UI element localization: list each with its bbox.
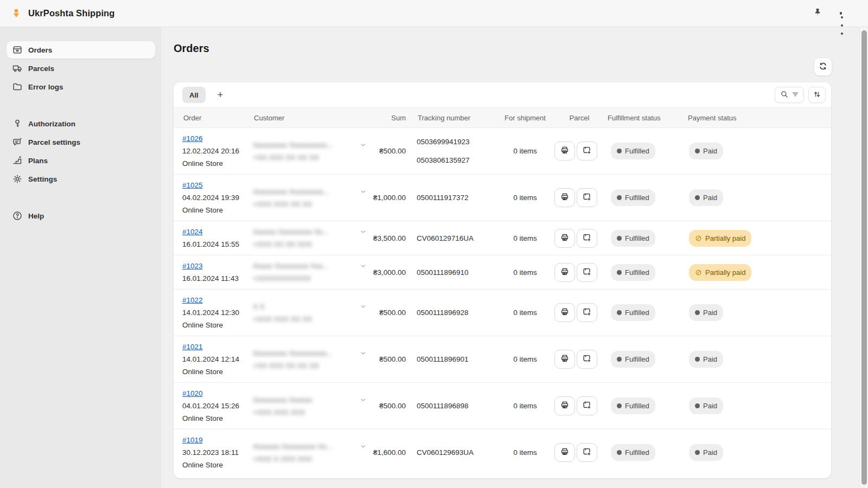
create-parcel-button[interactable]	[577, 350, 597, 369]
expand-customer-button[interactable]	[359, 227, 368, 238]
print-parcel-button[interactable]	[554, 443, 575, 462]
add-view-button[interactable]: +	[213, 88, 228, 102]
print-parcel-button[interactable]	[554, 350, 575, 369]
table-row: #1025 04.02.2024 19:39 Online Store Xxxx…	[174, 175, 831, 221]
order-link[interactable]: #1024	[182, 226, 203, 238]
for-shipment-count: 0 items	[498, 400, 552, 412]
fulfillment-status-badge: Fulfilled	[611, 143, 655, 159]
create-parcel-button[interactable]	[577, 188, 597, 207]
fulfillment-status-label: Fulfilled	[625, 306, 649, 319]
order-link[interactable]: #1025	[182, 179, 203, 191]
order-link[interactable]: #1026	[182, 132, 203, 145]
payment-status-label: Paid	[703, 400, 717, 412]
parcel-add-icon	[582, 354, 592, 365]
status-dot-icon	[617, 450, 622, 455]
order-date: 16.01.2024 11:43	[182, 272, 253, 285]
payment-status-label: Paid	[703, 446, 717, 459]
fulfillment-status-badge: Fulfilled	[611, 189, 655, 206]
main-content: Orders All +	[162, 27, 859, 488]
customer-masked: Xxxxxxxxx Xxxxxxxxxx... +XX XXX XX XX XX	[253, 139, 359, 164]
print-parcel-button[interactable]	[554, 142, 575, 160]
fulfillment-status-label: Fulfilled	[625, 446, 649, 459]
status-dot-icon	[617, 236, 622, 241]
print-parcel-button[interactable]	[554, 263, 575, 282]
customer-masked: Xxxxxxxxx Xxxxxx +XXX XXX XXX	[253, 394, 359, 419]
create-parcel-button[interactable]	[577, 303, 597, 322]
sort-button[interactable]	[808, 87, 826, 103]
sidebar-item-settings[interactable]: Settings	[7, 170, 155, 188]
sidebar-item-parcel-settings[interactable]: Parcel settings	[7, 133, 155, 151]
customer-masked: Xxxxxx Xxxxxxxxx Xx... +XXX XX XX XXX	[253, 226, 359, 251]
expand-customer-button[interactable]	[359, 442, 368, 453]
customer-name-masked: Xxxxxxxxx Xxxxxxxxxx...	[253, 347, 359, 359]
truck-icon	[12, 63, 23, 74]
tracking-numbers: 0500111896898	[417, 400, 498, 412]
for-shipment-count: 0 items	[498, 232, 552, 245]
status-dot-icon	[617, 403, 622, 408]
scrollbar-thumb[interactable]	[861, 30, 867, 485]
customer-masked: X X +XXX XXX XX XX	[253, 300, 359, 325]
sidebar-item-authorization[interactable]: Authorization	[7, 115, 155, 132]
create-parcel-button[interactable]	[577, 229, 597, 248]
expand-customer-button[interactable]	[359, 395, 368, 406]
table-header: Order Customer Sum Tracking number For s…	[174, 107, 831, 128]
print-parcel-button[interactable]	[554, 188, 575, 207]
sales-channel: Online Store	[182, 319, 253, 331]
print-parcel-button[interactable]	[554, 396, 575, 415]
print-parcel-button[interactable]	[554, 229, 575, 248]
pin-app-button[interactable]	[810, 5, 825, 21]
more-actions-button[interactable]	[837, 10, 845, 17]
order-sum: ₴3,000.00	[368, 266, 417, 279]
expand-customer-button[interactable]	[359, 187, 368, 198]
expand-customer-button[interactable]	[359, 302, 368, 313]
tab-all[interactable]: All	[182, 87, 206, 103]
order-link[interactable]: #1019	[182, 434, 203, 446]
filter-tabs-row: All +	[174, 82, 831, 107]
order-sum: ₴500.00	[368, 145, 417, 157]
order-link[interactable]: #1021	[182, 341, 203, 353]
pin-icon	[813, 8, 822, 19]
sidebar-item-error-logs[interactable]: Error logs	[7, 78, 155, 95]
customer-phone-masked: +XXX XX XX XXX	[253, 238, 359, 251]
chevron-down-icon	[360, 263, 367, 271]
order-sum: ₴1,000.00	[368, 191, 417, 204]
parcel-add-icon	[582, 267, 592, 278]
fulfillment-status-badge: Fulfilled	[611, 304, 655, 321]
customer-phone-masked: +XXX XXX XX XX	[253, 313, 359, 325]
sidebar-item-orders[interactable]: Orders	[7, 41, 155, 59]
expand-customer-button[interactable]	[359, 349, 368, 359]
search-and-filter-button[interactable]	[775, 87, 804, 103]
tracking-numbers: 0500111896928	[417, 306, 498, 319]
customer-masked: Xxxxx Xxxxxxxxx Xxx... +XXXXXXXXXXX	[253, 260, 359, 285]
sidebar-item-plans[interactable]: Plans	[7, 152, 155, 169]
parcel-add-icon	[582, 233, 592, 244]
page-scrollbar[interactable]	[859, 27, 868, 488]
parcel-actions	[552, 188, 607, 207]
partially-paid-icon	[695, 269, 702, 276]
print-parcel-button[interactable]	[554, 303, 575, 322]
order-link[interactable]: #1022	[182, 294, 203, 306]
sidebar-item-help[interactable]: Help	[7, 207, 155, 224]
sidebar: Orders Parcels Error logs	[0, 27, 162, 488]
create-parcel-button[interactable]	[577, 263, 597, 282]
column-header-payment: Payment status	[682, 114, 822, 122]
customer-masked: Xxxxxxxxx Xxxxxxxxx... +XXX XXX XX XX	[253, 185, 359, 210]
customer-name-masked: Xxxxxx Xxxxxxxxx Xx...	[253, 226, 359, 238]
create-parcel-button[interactable]	[577, 142, 597, 160]
fulfillment-status-badge: Fulfilled	[611, 230, 655, 247]
create-parcel-button[interactable]	[577, 443, 597, 462]
column-header-tracking: Tracking number	[417, 114, 498, 122]
sidebar-item-parcels[interactable]: Parcels	[7, 60, 155, 77]
expand-customer-button[interactable]	[359, 140, 368, 151]
status-dot-icon	[617, 310, 622, 315]
create-parcel-button[interactable]	[577, 396, 597, 415]
sync-orders-button[interactable]	[814, 57, 832, 76]
column-header-order: Order	[182, 114, 253, 122]
expand-customer-button[interactable]	[359, 261, 368, 272]
order-link[interactable]: #1023	[182, 260, 203, 272]
order-link[interactable]: #1020	[182, 387, 203, 400]
app-logo-icon	[10, 7, 23, 20]
column-header-fulfillment: Fulfillment status	[607, 114, 682, 122]
status-dot-icon	[695, 450, 700, 455]
payment-status-badge: Partially paid	[689, 230, 751, 247]
